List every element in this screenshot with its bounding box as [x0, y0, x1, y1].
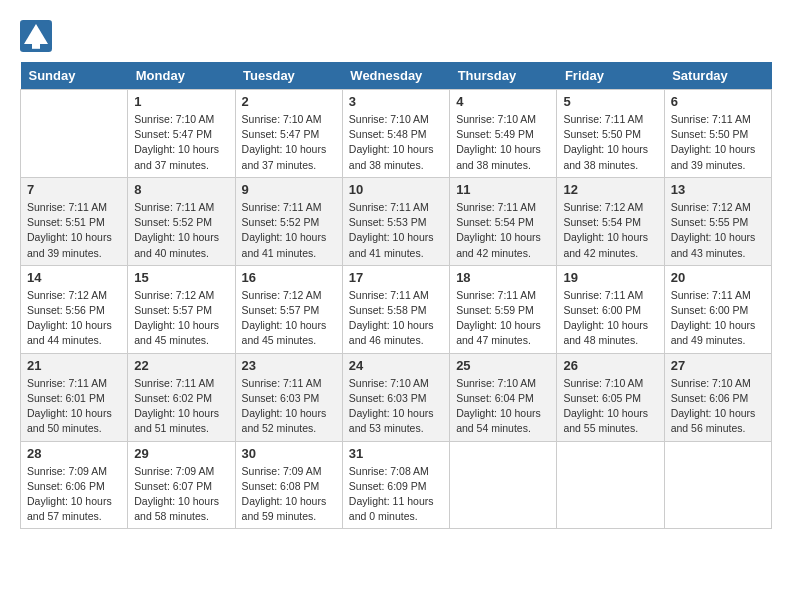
weekday-header-wednesday: Wednesday [342, 62, 449, 90]
day-info: Sunrise: 7:11 AMSunset: 5:50 PMDaylight:… [671, 112, 765, 173]
day-info: Sunrise: 7:12 AMSunset: 5:57 PMDaylight:… [134, 288, 228, 349]
day-number: 29 [134, 446, 228, 461]
calendar-cell: 13Sunrise: 7:12 AMSunset: 5:55 PMDayligh… [664, 177, 771, 265]
calendar-cell: 22Sunrise: 7:11 AMSunset: 6:02 PMDayligh… [128, 353, 235, 441]
day-number: 16 [242, 270, 336, 285]
day-number: 22 [134, 358, 228, 373]
calendar-cell: 7Sunrise: 7:11 AMSunset: 5:51 PMDaylight… [21, 177, 128, 265]
day-number: 5 [563, 94, 657, 109]
day-number: 26 [563, 358, 657, 373]
day-number: 3 [349, 94, 443, 109]
day-number: 7 [27, 182, 121, 197]
calendar-cell: 29Sunrise: 7:09 AMSunset: 6:07 PMDayligh… [128, 441, 235, 529]
day-number: 15 [134, 270, 228, 285]
calendar-cell: 18Sunrise: 7:11 AMSunset: 5:59 PMDayligh… [450, 265, 557, 353]
day-number: 31 [349, 446, 443, 461]
day-info: Sunrise: 7:10 AMSunset: 5:48 PMDaylight:… [349, 112, 443, 173]
page-header [20, 20, 772, 52]
calendar-week-row: 21Sunrise: 7:11 AMSunset: 6:01 PMDayligh… [21, 353, 772, 441]
day-info: Sunrise: 7:11 AMSunset: 5:51 PMDaylight:… [27, 200, 121, 261]
day-info: Sunrise: 7:08 AMSunset: 6:09 PMDaylight:… [349, 464, 443, 525]
calendar-cell: 16Sunrise: 7:12 AMSunset: 5:57 PMDayligh… [235, 265, 342, 353]
calendar-cell: 4Sunrise: 7:10 AMSunset: 5:49 PMDaylight… [450, 90, 557, 178]
day-number: 17 [349, 270, 443, 285]
calendar-week-row: 14Sunrise: 7:12 AMSunset: 5:56 PMDayligh… [21, 265, 772, 353]
day-number: 6 [671, 94, 765, 109]
day-number: 8 [134, 182, 228, 197]
day-info: Sunrise: 7:10 AMSunset: 6:05 PMDaylight:… [563, 376, 657, 437]
weekday-header-monday: Monday [128, 62, 235, 90]
day-number: 19 [563, 270, 657, 285]
weekday-header-saturday: Saturday [664, 62, 771, 90]
day-info: Sunrise: 7:10 AMSunset: 5:49 PMDaylight:… [456, 112, 550, 173]
calendar-cell: 11Sunrise: 7:11 AMSunset: 5:54 PMDayligh… [450, 177, 557, 265]
weekday-header-friday: Friday [557, 62, 664, 90]
day-number: 24 [349, 358, 443, 373]
calendar-cell: 30Sunrise: 7:09 AMSunset: 6:08 PMDayligh… [235, 441, 342, 529]
day-info: Sunrise: 7:12 AMSunset: 5:54 PMDaylight:… [563, 200, 657, 261]
day-number: 14 [27, 270, 121, 285]
calendar-cell: 19Sunrise: 7:11 AMSunset: 6:00 PMDayligh… [557, 265, 664, 353]
calendar-cell: 26Sunrise: 7:10 AMSunset: 6:05 PMDayligh… [557, 353, 664, 441]
calendar-cell: 14Sunrise: 7:12 AMSunset: 5:56 PMDayligh… [21, 265, 128, 353]
calendar-cell: 8Sunrise: 7:11 AMSunset: 5:52 PMDaylight… [128, 177, 235, 265]
calendar-week-row: 7Sunrise: 7:11 AMSunset: 5:51 PMDaylight… [21, 177, 772, 265]
weekday-header-thursday: Thursday [450, 62, 557, 90]
day-info: Sunrise: 7:12 AMSunset: 5:55 PMDaylight:… [671, 200, 765, 261]
day-info: Sunrise: 7:10 AMSunset: 6:04 PMDaylight:… [456, 376, 550, 437]
day-info: Sunrise: 7:11 AMSunset: 5:59 PMDaylight:… [456, 288, 550, 349]
calendar-cell: 15Sunrise: 7:12 AMSunset: 5:57 PMDayligh… [128, 265, 235, 353]
day-number: 30 [242, 446, 336, 461]
calendar-cell: 25Sunrise: 7:10 AMSunset: 6:04 PMDayligh… [450, 353, 557, 441]
day-number: 27 [671, 358, 765, 373]
calendar-cell: 9Sunrise: 7:11 AMSunset: 5:52 PMDaylight… [235, 177, 342, 265]
day-info: Sunrise: 7:11 AMSunset: 6:03 PMDaylight:… [242, 376, 336, 437]
day-info: Sunrise: 7:09 AMSunset: 6:08 PMDaylight:… [242, 464, 336, 525]
calendar-cell: 24Sunrise: 7:10 AMSunset: 6:03 PMDayligh… [342, 353, 449, 441]
svg-rect-2 [32, 42, 40, 48]
day-number: 28 [27, 446, 121, 461]
day-info: Sunrise: 7:11 AMSunset: 6:00 PMDaylight:… [671, 288, 765, 349]
day-info: Sunrise: 7:09 AMSunset: 6:07 PMDaylight:… [134, 464, 228, 525]
day-number: 10 [349, 182, 443, 197]
calendar-cell: 27Sunrise: 7:10 AMSunset: 6:06 PMDayligh… [664, 353, 771, 441]
weekday-header-row: SundayMondayTuesdayWednesdayThursdayFrid… [21, 62, 772, 90]
day-info: Sunrise: 7:11 AMSunset: 5:58 PMDaylight:… [349, 288, 443, 349]
day-info: Sunrise: 7:11 AMSunset: 6:01 PMDaylight:… [27, 376, 121, 437]
calendar-cell: 2Sunrise: 7:10 AMSunset: 5:47 PMDaylight… [235, 90, 342, 178]
calendar-cell: 23Sunrise: 7:11 AMSunset: 6:03 PMDayligh… [235, 353, 342, 441]
calendar-cell: 3Sunrise: 7:10 AMSunset: 5:48 PMDaylight… [342, 90, 449, 178]
day-info: Sunrise: 7:11 AMSunset: 5:54 PMDaylight:… [456, 200, 550, 261]
day-info: Sunrise: 7:10 AMSunset: 6:06 PMDaylight:… [671, 376, 765, 437]
day-info: Sunrise: 7:11 AMSunset: 6:00 PMDaylight:… [563, 288, 657, 349]
calendar-cell [450, 441, 557, 529]
day-info: Sunrise: 7:10 AMSunset: 5:47 PMDaylight:… [242, 112, 336, 173]
calendar-cell: 17Sunrise: 7:11 AMSunset: 5:58 PMDayligh… [342, 265, 449, 353]
calendar-cell [21, 90, 128, 178]
calendar-cell: 21Sunrise: 7:11 AMSunset: 6:01 PMDayligh… [21, 353, 128, 441]
day-number: 11 [456, 182, 550, 197]
calendar-cell [557, 441, 664, 529]
day-number: 18 [456, 270, 550, 285]
calendar-week-row: 1Sunrise: 7:10 AMSunset: 5:47 PMDaylight… [21, 90, 772, 178]
calendar-cell: 31Sunrise: 7:08 AMSunset: 6:09 PMDayligh… [342, 441, 449, 529]
weekday-header-sunday: Sunday [21, 62, 128, 90]
day-number: 2 [242, 94, 336, 109]
day-info: Sunrise: 7:11 AMSunset: 5:52 PMDaylight:… [242, 200, 336, 261]
calendar-cell: 20Sunrise: 7:11 AMSunset: 6:00 PMDayligh… [664, 265, 771, 353]
logo-icon [20, 20, 52, 52]
day-info: Sunrise: 7:12 AMSunset: 5:56 PMDaylight:… [27, 288, 121, 349]
day-number: 23 [242, 358, 336, 373]
calendar-cell: 5Sunrise: 7:11 AMSunset: 5:50 PMDaylight… [557, 90, 664, 178]
day-number: 9 [242, 182, 336, 197]
calendar-week-row: 28Sunrise: 7:09 AMSunset: 6:06 PMDayligh… [21, 441, 772, 529]
day-info: Sunrise: 7:11 AMSunset: 6:02 PMDaylight:… [134, 376, 228, 437]
day-info: Sunrise: 7:12 AMSunset: 5:57 PMDaylight:… [242, 288, 336, 349]
logo [20, 20, 56, 52]
day-number: 1 [134, 94, 228, 109]
calendar-cell: 1Sunrise: 7:10 AMSunset: 5:47 PMDaylight… [128, 90, 235, 178]
day-number: 20 [671, 270, 765, 285]
day-number: 13 [671, 182, 765, 197]
day-info: Sunrise: 7:10 AMSunset: 5:47 PMDaylight:… [134, 112, 228, 173]
day-info: Sunrise: 7:11 AMSunset: 5:53 PMDaylight:… [349, 200, 443, 261]
